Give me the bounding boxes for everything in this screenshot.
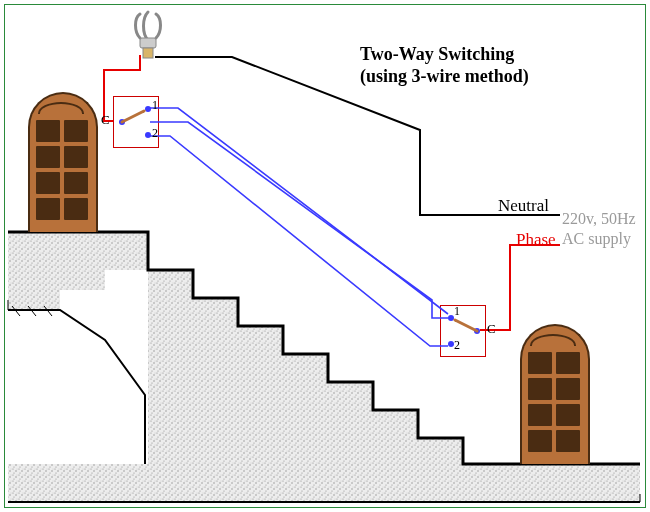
door-upper bbox=[28, 92, 98, 232]
svg-rect-11 bbox=[143, 48, 153, 58]
switch2-label-c: C bbox=[487, 321, 496, 337]
supply-spec-2: AC supply bbox=[562, 230, 631, 248]
switch2-label-1: 1 bbox=[454, 304, 460, 319]
svg-line-15 bbox=[122, 111, 144, 122]
switch2-label-2: 2 bbox=[454, 338, 460, 353]
switch-lower bbox=[440, 305, 486, 357]
svg-point-13 bbox=[145, 106, 151, 112]
cfl-bulb-icon bbox=[128, 8, 168, 64]
title-line-1: Two-Way Switching bbox=[360, 44, 514, 65]
svg-point-14 bbox=[145, 132, 151, 138]
switch1-label-1: 1 bbox=[152, 98, 158, 113]
switch1-label-2: 2 bbox=[152, 126, 158, 141]
svg-rect-10 bbox=[140, 38, 156, 48]
supply-spec-1: 220v, 50Hz bbox=[562, 210, 636, 228]
title-line-2: (using 3-wire method) bbox=[360, 66, 529, 87]
door-lower bbox=[520, 324, 590, 464]
switch1-label-c: C bbox=[101, 112, 110, 128]
neutral-label: Neutral bbox=[498, 196, 549, 216]
svg-line-19 bbox=[455, 320, 477, 331]
phase-label: Phase bbox=[516, 230, 556, 250]
diagram-stage: Two-Way Switching (using 3-wire method) … bbox=[0, 0, 650, 512]
